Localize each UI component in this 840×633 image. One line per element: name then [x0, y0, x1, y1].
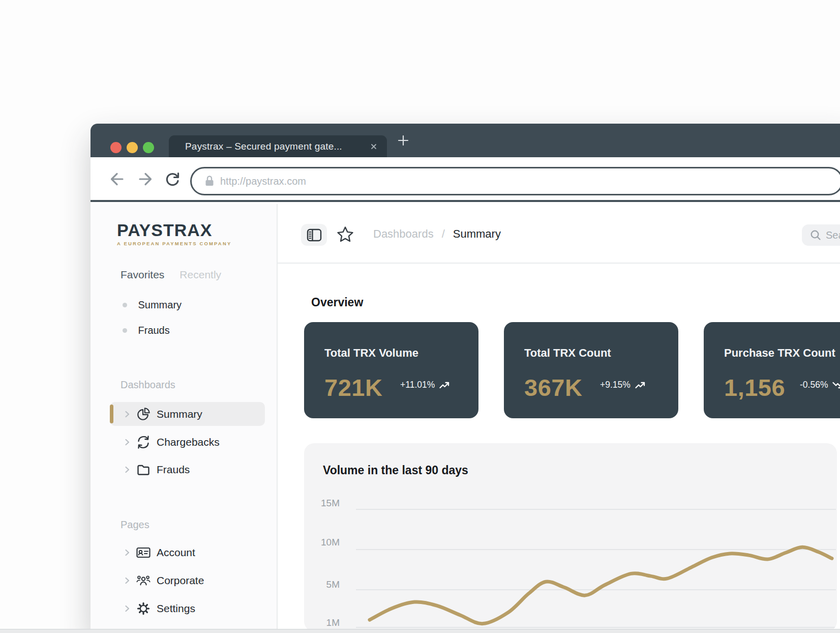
screen: Paystrax – Secured payment gate... — [0, 0, 840, 633]
back-icon[interactable] — [107, 169, 127, 189]
card-value: 721K — [324, 373, 382, 401]
card-delta: -0.56% — [800, 380, 840, 390]
browser-titlebar: Paystrax – Secured payment gate... — [91, 124, 840, 157]
sidebar-item-frauds[interactable]: Frauds — [110, 457, 265, 481]
logo-title: PAYSTRAX — [117, 221, 231, 239]
people-icon — [136, 574, 151, 587]
card-value: 367K — [524, 373, 582, 401]
folder-icon — [136, 463, 151, 477]
lock-icon — [204, 175, 215, 188]
breadcrumb-separator: / — [442, 227, 445, 241]
bullet-icon — [123, 328, 127, 333]
stat-cards: Total TRX Volume 721K +11.01% Total TRX … — [304, 322, 840, 418]
sidebar-item-settings[interactable]: Settings — [110, 596, 265, 620]
card-total-trx-count[interactable]: Total TRX Count 367K +9.15% — [504, 322, 678, 418]
page-header: Dashboards / Summary — [278, 204, 840, 264]
sidebar-tabs: Favorites Recently — [121, 269, 221, 281]
url-bar[interactable] — [190, 167, 840, 195]
tab-recently[interactable]: Recently — [179, 269, 221, 281]
search-input[interactable] — [826, 229, 840, 241]
trend-up-icon — [439, 381, 449, 389]
card-title: Total TRX Count — [524, 347, 611, 360]
tab-close-icon[interactable] — [370, 142, 378, 151]
sidebar-item-label: Chargebacks — [157, 436, 220, 448]
traffic-lights — [110, 142, 154, 153]
id-card-icon — [136, 546, 151, 559]
browser-toolbar — [91, 157, 840, 202]
sidebar-item-label: Account — [157, 546, 195, 559]
sidebar-item-summary[interactable]: Summary — [110, 402, 265, 426]
sidebar-toggle-icon[interactable] — [301, 224, 327, 246]
breadcrumb: Dashboards / Summary — [373, 227, 501, 241]
sidebar-item-corporate[interactable]: Corporate — [110, 568, 265, 592]
logo-tagline: A EUROPEAN PAYMENTS COMPANY — [117, 241, 231, 246]
app-content: PAYSTRAX A EUROPEAN PAYMENTS COMPANY Fav… — [91, 204, 840, 633]
delta-text: -0.56% — [800, 380, 828, 390]
card-title: Purchase TRX Count — [724, 347, 835, 360]
card-title: Total TRX Volume — [324, 347, 418, 360]
minimize-window-icon[interactable] — [127, 142, 138, 153]
reload-icon[interactable] — [162, 169, 183, 189]
favorite-item-label: Summary — [138, 299, 182, 311]
bullet-icon — [123, 303, 127, 307]
breadcrumb-parent[interactable]: Dashboards — [373, 227, 434, 241]
tab-title: Paystrax – Secured payment gate... — [185, 141, 365, 152]
browser-tab[interactable]: Paystrax – Secured payment gate... — [169, 135, 387, 157]
breadcrumb-current: Summary — [453, 227, 501, 241]
sidebar-item-account[interactable]: Account — [110, 540, 265, 564]
delta-text: +11.01% — [400, 380, 435, 390]
favorite-item-frauds[interactable]: Frauds — [110, 322, 262, 339]
favorite-star-icon[interactable] — [335, 225, 355, 244]
close-window-icon[interactable] — [110, 142, 122, 153]
new-tab-icon[interactable] — [396, 129, 410, 152]
window-bottom-edge — [0, 629, 840, 633]
trend-up-icon — [635, 381, 645, 389]
volume-line-chart — [304, 443, 837, 631]
delta-text: +9.15% — [600, 380, 631, 390]
card-delta: +9.15% — [600, 380, 645, 390]
chevron-right-icon[interactable] — [123, 438, 131, 446]
card-total-trx-volume[interactable]: Total TRX Volume 721K +11.01% — [304, 322, 478, 418]
search-icon — [810, 229, 821, 241]
section-dashboards: Dashboards — [121, 379, 175, 391]
card-purchase-trx-count[interactable]: Purchase TRX Count 1,156 -0.56% — [704, 322, 840, 418]
sync-icon — [136, 435, 151, 449]
section-pages: Pages — [121, 519, 149, 531]
trend-down-icon — [832, 381, 840, 389]
favorite-item-summary[interactable]: Summary — [110, 296, 262, 313]
sidebar-item-label: Settings — [157, 602, 195, 615]
chevron-right-icon[interactable] — [123, 549, 131, 557]
overview-title: Overview — [311, 296, 363, 309]
pie-chart-icon — [136, 407, 151, 421]
card-value: 1,156 — [724, 373, 785, 401]
browser-window: Paystrax – Secured payment gate... — [91, 124, 840, 633]
selected-accent-bar — [110, 405, 113, 423]
forward-icon[interactable] — [135, 169, 156, 189]
url-input[interactable] — [220, 176, 779, 187]
chevron-right-icon[interactable] — [123, 466, 131, 474]
maximize-window-icon[interactable] — [143, 142, 154, 153]
sidebar: PAYSTRAX A EUROPEAN PAYMENTS COMPANY Fav… — [91, 204, 278, 633]
sidebar-item-chargebacks[interactable]: Chargebacks — [110, 430, 265, 454]
volume-chart-panel: Volume in the last 90 days 15M 10M 5M 1M — [304, 443, 837, 631]
chevron-right-icon[interactable] — [123, 577, 131, 585]
chevron-right-icon[interactable] — [123, 605, 131, 613]
tab-favorites[interactable]: Favorites — [121, 269, 164, 281]
search-box[interactable] — [802, 224, 840, 246]
paystrax-logo: PAYSTRAX A EUROPEAN PAYMENTS COMPANY — [117, 221, 231, 246]
sidebar-item-label: Summary — [157, 408, 202, 420]
card-delta: +11.01% — [400, 380, 449, 390]
favorite-item-label: Frauds — [138, 325, 170, 336]
sidebar-item-label: Corporate — [157, 574, 204, 587]
main-area: Dashboards / Summary Overview Total TRX … — [278, 204, 840, 633]
sidebar-item-label: Frauds — [157, 464, 190, 476]
gear-icon — [136, 601, 151, 616]
chevron-right-icon[interactable] — [123, 410, 131, 418]
